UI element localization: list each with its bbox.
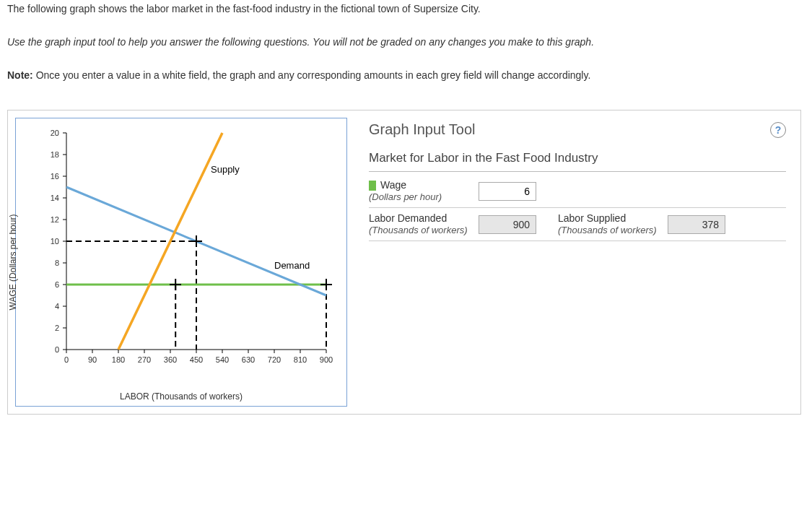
labor-demanded-output — [479, 215, 536, 234]
y-axis-label: WAGE (Dollars per hour) — [8, 214, 18, 311]
labor-supplied-sublabel: (Thousands of workers) — [558, 225, 657, 235]
x-tick-0: 0 — [64, 355, 69, 364]
wage-input[interactable] — [479, 182, 536, 201]
x-tick-9: 810 — [294, 355, 307, 364]
graph-input-tool: Graph Input Tool ? Market for Labor in t… — [369, 110, 800, 414]
supply-label: Supply — [211, 164, 240, 175]
x-tick-4: 360 — [164, 355, 177, 364]
main-panel: WAGE (Dollars per hour) 0 90 180 270 360… — [7, 110, 801, 415]
x-tick-6: 540 — [216, 355, 229, 364]
y-tick-2: 4 — [55, 302, 59, 311]
x-tick-10: 900 — [320, 355, 333, 364]
y-tick-10: 20 — [51, 129, 59, 137]
tool-title: Graph Input Tool — [369, 121, 476, 138]
y-tick-9: 18 — [51, 150, 59, 159]
y-tick-8: 16 — [51, 172, 59, 181]
help-icon[interactable]: ? — [770, 122, 786, 138]
demand-label: Demand — [274, 260, 310, 271]
x-tick-7: 630 — [242, 355, 255, 364]
y-tick-1: 2 — [55, 324, 59, 332]
y-tick-6: 12 — [51, 215, 59, 224]
y-tick-3: 6 — [55, 280, 59, 289]
x-tick-2: 180 — [112, 355, 125, 364]
intro-text: The following graph shows the labor mark… — [7, 3, 805, 14]
instruction-text: Use the graph input tool to help you ans… — [7, 36, 805, 48]
wage-color-marker — [369, 181, 376, 191]
y-tick-7: 14 — [51, 194, 59, 202]
x-tick-5: 450 — [190, 355, 203, 364]
x-tick-8: 720 — [268, 355, 281, 364]
x-tick-3: 270 — [138, 355, 151, 364]
x-tick-1: 90 — [88, 355, 97, 364]
y-tick-0: 0 — [55, 345, 59, 354]
x-axis-label: LABOR (Thousands of workers) — [120, 391, 243, 402]
labor-demanded-label: Labor Demanded — [369, 212, 447, 224]
marker-supplied[interactable] — [170, 279, 181, 290]
note-text: Note: Once you enter a value in a white … — [7, 69, 805, 81]
y-tick-4: 8 — [55, 259, 59, 267]
labor-supplied-label: Labor Supplied — [558, 212, 626, 224]
y-tick-5: 10 — [51, 237, 59, 246]
tool-subtitle: Market for Labor in the Fast Food Indust… — [369, 151, 786, 172]
labor-demanded-sublabel: (Thousands of workers) — [369, 225, 468, 235]
wage-sublabel: (Dollars per hour) — [369, 191, 442, 202]
labor-supplied-output — [668, 215, 725, 234]
chart-container[interactable]: WAGE (Dollars per hour) 0 90 180 270 360… — [15, 118, 347, 407]
marker-demanded[interactable] — [320, 279, 332, 290]
note-body: Once you enter a value in a white field,… — [33, 69, 591, 81]
note-prefix: Note: — [7, 69, 33, 81]
labor-market-chart[interactable]: 0 90 180 270 360 450 540 630 720 810 900… — [16, 118, 348, 407]
wage-label: Wage — [380, 179, 406, 191]
marker-equilibrium[interactable] — [191, 235, 202, 247]
